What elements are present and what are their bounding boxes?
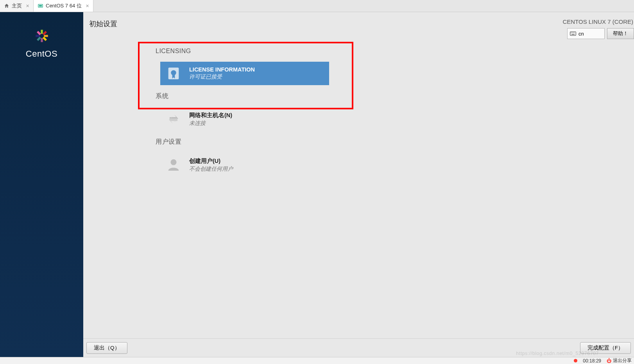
svg-rect-14 bbox=[574, 32, 575, 33]
section-user-header: 用户设置 bbox=[156, 138, 421, 146]
spoke-hub: LICENSING LICENSE INFORMATION 许可证已接受 系统 … bbox=[156, 45, 421, 180]
help-button[interactable]: 帮助！ bbox=[607, 28, 634, 39]
centos-wordmark: CentOS bbox=[26, 49, 57, 59]
sidebar: CentOS bbox=[0, 12, 83, 357]
action-bar: 退出（Q） 完成配置（F） bbox=[83, 338, 634, 357]
tab-home[interactable]: 主页 ✕ bbox=[0, 0, 34, 12]
section-licensing-header: LICENSING bbox=[156, 48, 421, 55]
keyboard-icon bbox=[570, 31, 576, 36]
finish-config-button[interactable]: 完成配置（F） bbox=[580, 342, 631, 354]
quit-button[interactable]: 退出（Q） bbox=[86, 342, 127, 354]
page-title: 初始设置 bbox=[89, 19, 117, 29]
recording-indicator-icon bbox=[574, 359, 577, 362]
home-icon bbox=[4, 3, 9, 9]
main-area: CentOS 初始设置 CENTOS LINUX 7 (CORE) cn 帮助！… bbox=[0, 12, 634, 357]
recording-time: 00:18:29 bbox=[583, 358, 601, 364]
svg-rect-2 bbox=[41, 30, 43, 34]
spoke-network[interactable]: 网络和主机名(N) 未连接 bbox=[160, 107, 329, 131]
license-icon bbox=[166, 66, 181, 81]
svg-rect-5 bbox=[36, 35, 40, 37]
status-bar: 00:18:29 ⏻ 退出分享 bbox=[0, 357, 634, 364]
spoke-network-title: 网络和主机名(N) bbox=[189, 112, 232, 119]
spoke-license[interactable]: LICENSE INFORMATION 许可证已接受 bbox=[160, 62, 329, 85]
close-icon[interactable]: ✕ bbox=[86, 4, 89, 9]
top-right-controls: CENTOS LINUX 7 (CORE) cn 帮助！ bbox=[562, 18, 634, 39]
svg-rect-7 bbox=[42, 37, 47, 41]
svg-rect-4 bbox=[41, 38, 43, 42]
exit-share-button[interactable]: ⏻ 退出分享 bbox=[607, 357, 632, 364]
spoke-license-title: LICENSE INFORMATION bbox=[189, 66, 255, 73]
svg-rect-11 bbox=[571, 32, 571, 33]
user-icon bbox=[166, 157, 181, 173]
close-icon[interactable]: ✕ bbox=[26, 4, 29, 9]
svg-rect-3 bbox=[44, 35, 48, 37]
vm-icon bbox=[38, 3, 43, 9]
svg-rect-1 bbox=[39, 5, 42, 7]
vm-tab-bar: 主页 ✕ CentOS 7 64 位 ✕ bbox=[0, 0, 634, 12]
spoke-user-status: 不会创建任何用户 bbox=[189, 166, 233, 173]
svg-rect-13 bbox=[573, 32, 573, 33]
svg-rect-9 bbox=[37, 31, 41, 35]
svg-rect-8 bbox=[37, 37, 41, 41]
centos-logo-icon bbox=[34, 28, 50, 44]
content-pane: 初始设置 CENTOS LINUX 7 (CORE) cn 帮助！ LICENS… bbox=[83, 12, 634, 357]
spoke-license-status: 许可证已接受 bbox=[189, 73, 255, 80]
spoke-user-title: 创建用户(U) bbox=[189, 157, 233, 165]
keyboard-layout-selector[interactable]: cn bbox=[567, 28, 605, 39]
tab-home-label: 主页 bbox=[12, 2, 22, 9]
svg-point-17 bbox=[171, 70, 176, 75]
svg-rect-12 bbox=[572, 32, 572, 33]
keyboard-layout-code: cn bbox=[578, 31, 584, 37]
svg-rect-10 bbox=[570, 32, 576, 35]
tab-vm-label: CentOS 7 64 位 bbox=[46, 2, 82, 9]
power-icon: ⏻ bbox=[607, 358, 611, 364]
svg-point-18 bbox=[171, 159, 177, 165]
svg-rect-15 bbox=[571, 34, 575, 34]
section-system-header: 系统 bbox=[156, 92, 421, 100]
distro-label: CENTOS LINUX 7 (CORE) bbox=[562, 18, 634, 25]
spoke-create-user[interactable]: 创建用户(U) 不会创建任何用户 bbox=[160, 153, 329, 177]
network-icon bbox=[166, 111, 181, 127]
svg-rect-6 bbox=[42, 31, 47, 35]
spoke-network-status: 未连接 bbox=[189, 120, 232, 127]
tab-vm[interactable]: CentOS 7 64 位 ✕ bbox=[34, 0, 93, 12]
